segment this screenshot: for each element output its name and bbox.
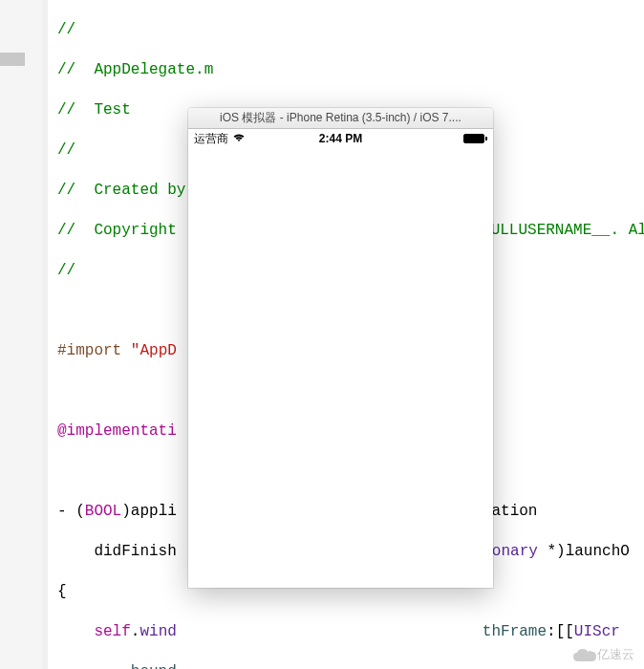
code-comment: // <box>57 21 75 38</box>
code-comment: // AppDelegate.m <box>57 61 213 78</box>
code-keyword: @implementati <box>57 422 177 440</box>
watermark: 亿速云 <box>572 646 634 663</box>
watermark-text: 亿速云 <box>597 646 634 663</box>
gutter-marker <box>0 53 25 66</box>
clock-label: 2:44 PM <box>319 132 362 145</box>
code-type: BOOL <box>85 503 121 520</box>
ios-status-bar: 运营商 2:44 PM <box>188 129 493 148</box>
simulator-titlebar[interactable]: iOS 模拟器 - iPhone Retina (3.5-inch) / iOS… <box>188 108 493 129</box>
editor-gutter <box>0 0 42 669</box>
code-comment: // <box>57 141 75 159</box>
code-comment: FULLUSERNAME__. All rights r <box>482 222 644 239</box>
ios-simulator-window[interactable]: iOS 模拟器 - iPhone Retina (3.5-inch) / iOS… <box>188 108 493 588</box>
code-comment: // Test <box>57 101 131 119</box>
gutter-divider <box>42 0 48 669</box>
simulator-screen[interactable] <box>188 148 493 588</box>
code-preproc: #import <box>57 342 121 359</box>
wifi-icon <box>232 132 246 145</box>
code-comment: // <box>57 262 75 279</box>
code-string: "AppD <box>131 342 177 359</box>
battery-icon <box>463 134 487 143</box>
cloud-icon <box>572 648 593 661</box>
simulator-title: iOS 模拟器 - iPhone Retina (3.5-inch) / iOS… <box>220 110 462 126</box>
carrier-label: 运营商 <box>194 131 228 147</box>
